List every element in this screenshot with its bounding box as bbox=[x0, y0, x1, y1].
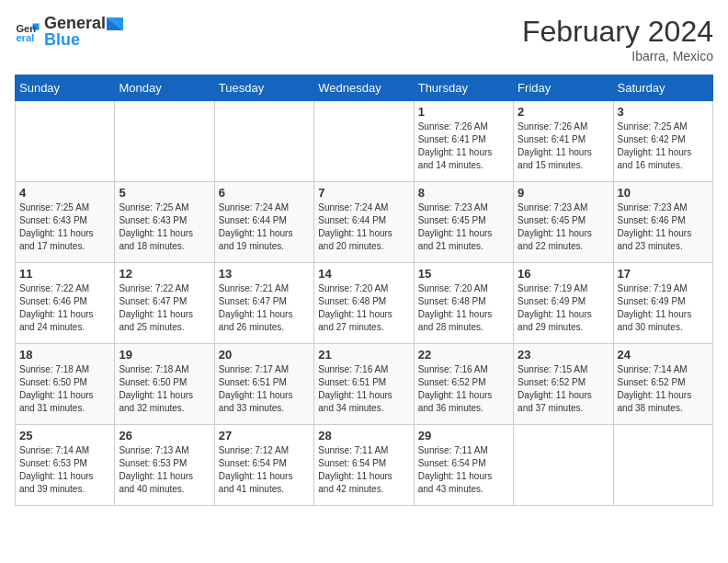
calendar-cell: 15Sunrise: 7:20 AM Sunset: 6:48 PM Dayli… bbox=[414, 263, 513, 344]
calendar-cell: 16Sunrise: 7:19 AM Sunset: 6:49 PM Dayli… bbox=[514, 263, 613, 344]
day-info: Sunrise: 7:13 AM Sunset: 6:53 PM Dayligh… bbox=[119, 444, 210, 496]
day-info: Sunrise: 7:26 AM Sunset: 6:41 PM Dayligh… bbox=[518, 121, 609, 172]
calendar-cell: 20Sunrise: 7:17 AM Sunset: 6:51 PM Dayli… bbox=[214, 344, 313, 425]
calendar-cell: 24Sunrise: 7:14 AM Sunset: 6:52 PM Dayli… bbox=[613, 344, 712, 425]
week-row-0: 1Sunrise: 7:26 AM Sunset: 6:41 PM Daylig… bbox=[16, 101, 713, 182]
day-number: 15 bbox=[418, 267, 509, 281]
day-info: Sunrise: 7:18 AM Sunset: 6:50 PM Dayligh… bbox=[19, 363, 110, 415]
calendar-cell bbox=[314, 101, 414, 182]
day-number: 1 bbox=[418, 105, 509, 119]
day-header-saturday: Saturday bbox=[613, 75, 712, 101]
day-number: 13 bbox=[219, 267, 310, 281]
calendar-cell: 11Sunrise: 7:22 AM Sunset: 6:46 PM Dayli… bbox=[16, 263, 115, 344]
calendar-cell: 27Sunrise: 7:12 AM Sunset: 6:54 PM Dayli… bbox=[214, 425, 313, 506]
day-number: 19 bbox=[119, 348, 210, 362]
day-info: Sunrise: 7:23 AM Sunset: 6:46 PM Dayligh… bbox=[618, 201, 709, 253]
calendar-cell: 25Sunrise: 7:14 AM Sunset: 6:53 PM Dayli… bbox=[16, 425, 115, 506]
day-info: Sunrise: 7:23 AM Sunset: 6:45 PM Dayligh… bbox=[418, 201, 509, 253]
day-number: 26 bbox=[119, 429, 210, 442]
calendar-cell: 17Sunrise: 7:19 AM Sunset: 6:49 PM Dayli… bbox=[613, 263, 712, 344]
day-number: 3 bbox=[618, 105, 709, 119]
calendar-cell: 9Sunrise: 7:23 AM Sunset: 6:45 PM Daylig… bbox=[514, 182, 613, 263]
calendar-cell: 28Sunrise: 7:11 AM Sunset: 6:54 PM Dayli… bbox=[314, 425, 414, 506]
day-number: 16 bbox=[518, 267, 609, 281]
header: Gen eral General Blue February 2024 Ibar… bbox=[15, 15, 713, 63]
calendar-cell: 3Sunrise: 7:25 AM Sunset: 6:42 PM Daylig… bbox=[613, 101, 712, 182]
day-info: Sunrise: 7:21 AM Sunset: 6:47 PM Dayligh… bbox=[219, 282, 310, 334]
day-number: 27 bbox=[219, 429, 310, 442]
calendar-cell: 10Sunrise: 7:23 AM Sunset: 6:46 PM Dayli… bbox=[613, 182, 712, 263]
day-info: Sunrise: 7:25 AM Sunset: 6:43 PM Dayligh… bbox=[119, 201, 210, 253]
day-info: Sunrise: 7:16 AM Sunset: 6:52 PM Dayligh… bbox=[418, 363, 509, 415]
calendar-cell: 6Sunrise: 7:24 AM Sunset: 6:44 PM Daylig… bbox=[214, 182, 313, 263]
calendar-cell: 4Sunrise: 7:25 AM Sunset: 6:43 PM Daylig… bbox=[16, 182, 115, 263]
day-info: Sunrise: 7:24 AM Sunset: 6:44 PM Dayligh… bbox=[318, 201, 409, 253]
logo-icon: Gen eral bbox=[15, 18, 40, 44]
day-number: 28 bbox=[318, 429, 409, 442]
day-number: 5 bbox=[119, 186, 210, 200]
calendar-cell: 12Sunrise: 7:22 AM Sunset: 6:47 PM Dayli… bbox=[115, 263, 214, 344]
day-number: 17 bbox=[618, 267, 709, 281]
day-header-sunday: Sunday bbox=[16, 75, 115, 101]
calendar-cell bbox=[514, 425, 613, 506]
day-info: Sunrise: 7:24 AM Sunset: 6:44 PM Dayligh… bbox=[219, 201, 310, 253]
day-number: 2 bbox=[518, 105, 609, 119]
day-number: 14 bbox=[318, 267, 409, 281]
day-number: 12 bbox=[119, 267, 210, 281]
logo-arrow-icon bbox=[107, 17, 123, 30]
calendar-cell: 14Sunrise: 7:20 AM Sunset: 6:48 PM Dayli… bbox=[314, 263, 414, 344]
day-number: 10 bbox=[618, 186, 709, 200]
calendar-cell: 7Sunrise: 7:24 AM Sunset: 6:44 PM Daylig… bbox=[314, 182, 414, 263]
day-header-friday: Friday bbox=[514, 75, 613, 101]
calendar-cell: 19Sunrise: 7:18 AM Sunset: 6:50 PM Dayli… bbox=[115, 344, 214, 425]
day-info: Sunrise: 7:11 AM Sunset: 6:54 PM Dayligh… bbox=[418, 444, 509, 496]
day-info: Sunrise: 7:11 AM Sunset: 6:54 PM Dayligh… bbox=[318, 444, 409, 496]
logo-general: General bbox=[44, 14, 106, 32]
calendar-cell bbox=[16, 101, 115, 182]
logo: Gen eral General Blue bbox=[15, 15, 124, 48]
logo-blue-text: Blue bbox=[44, 31, 124, 48]
day-info: Sunrise: 7:12 AM Sunset: 6:54 PM Dayligh… bbox=[219, 444, 310, 496]
day-number: 23 bbox=[518, 348, 609, 362]
day-number: 4 bbox=[19, 186, 110, 200]
calendar-cell bbox=[115, 101, 214, 182]
calendar-cell: 5Sunrise: 7:25 AM Sunset: 6:43 PM Daylig… bbox=[115, 182, 214, 263]
day-info: Sunrise: 7:14 AM Sunset: 6:52 PM Dayligh… bbox=[618, 363, 709, 415]
day-number: 21 bbox=[318, 348, 409, 362]
day-number: 25 bbox=[19, 429, 110, 442]
day-header-monday: Monday bbox=[115, 75, 214, 101]
calendar-cell: 21Sunrise: 7:16 AM Sunset: 6:51 PM Dayli… bbox=[314, 344, 414, 425]
day-info: Sunrise: 7:26 AM Sunset: 6:41 PM Dayligh… bbox=[418, 121, 509, 172]
calendar-title: February 2024 bbox=[522, 15, 713, 49]
week-row-4: 25Sunrise: 7:14 AM Sunset: 6:53 PM Dayli… bbox=[16, 425, 713, 506]
day-number: 20 bbox=[219, 348, 310, 362]
calendar-cell bbox=[214, 101, 313, 182]
day-info: Sunrise: 7:22 AM Sunset: 6:47 PM Dayligh… bbox=[119, 282, 210, 334]
calendar-body: 1Sunrise: 7:26 AM Sunset: 6:41 PM Daylig… bbox=[16, 101, 713, 506]
day-info: Sunrise: 7:22 AM Sunset: 6:46 PM Dayligh… bbox=[19, 282, 110, 334]
day-header-tuesday: Tuesday bbox=[214, 75, 313, 101]
day-info: Sunrise: 7:14 AM Sunset: 6:53 PM Dayligh… bbox=[19, 444, 110, 496]
calendar-cell bbox=[613, 425, 712, 506]
day-header-thursday: Thursday bbox=[414, 75, 513, 101]
calendar-subtitle: Ibarra, Mexico bbox=[522, 49, 713, 63]
day-info: Sunrise: 7:17 AM Sunset: 6:51 PM Dayligh… bbox=[219, 363, 310, 415]
day-info: Sunrise: 7:25 AM Sunset: 6:43 PM Dayligh… bbox=[19, 201, 110, 253]
title-area: February 2024 Ibarra, Mexico bbox=[522, 15, 713, 63]
day-info: Sunrise: 7:15 AM Sunset: 6:52 PM Dayligh… bbox=[518, 363, 609, 415]
week-row-2: 11Sunrise: 7:22 AM Sunset: 6:46 PM Dayli… bbox=[16, 263, 713, 344]
day-info: Sunrise: 7:23 AM Sunset: 6:45 PM Dayligh… bbox=[518, 201, 609, 253]
calendar-cell: 1Sunrise: 7:26 AM Sunset: 6:41 PM Daylig… bbox=[414, 101, 513, 182]
calendar-cell: 26Sunrise: 7:13 AM Sunset: 6:53 PM Dayli… bbox=[115, 425, 214, 506]
day-number: 22 bbox=[418, 348, 509, 362]
calendar-cell: 13Sunrise: 7:21 AM Sunset: 6:47 PM Dayli… bbox=[214, 263, 313, 344]
week-row-1: 4Sunrise: 7:25 AM Sunset: 6:43 PM Daylig… bbox=[16, 182, 713, 263]
day-number: 7 bbox=[318, 186, 409, 200]
week-row-3: 18Sunrise: 7:18 AM Sunset: 6:50 PM Dayli… bbox=[16, 344, 713, 425]
day-info: Sunrise: 7:19 AM Sunset: 6:49 PM Dayligh… bbox=[518, 282, 609, 334]
day-info: Sunrise: 7:25 AM Sunset: 6:42 PM Dayligh… bbox=[618, 121, 709, 172]
day-info: Sunrise: 7:20 AM Sunset: 6:48 PM Dayligh… bbox=[318, 282, 409, 334]
calendar-cell: 23Sunrise: 7:15 AM Sunset: 6:52 PM Dayli… bbox=[514, 344, 613, 425]
day-number: 11 bbox=[19, 267, 110, 281]
day-number: 18 bbox=[19, 348, 110, 362]
